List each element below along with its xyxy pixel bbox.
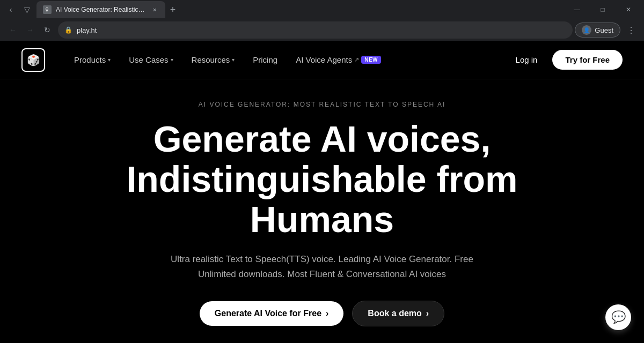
nav-links: Products ▾ Use Cases ▾ Resources ▾ Prici… (67, 51, 509, 69)
back-button[interactable]: ← (4, 21, 21, 39)
nav-link-resources[interactable]: Resources ▾ (184, 51, 243, 69)
logo-icon: 🎲 (21, 48, 45, 72)
external-link-icon: ↗ (354, 56, 359, 63)
tab-bar: ‹ ▽ 🎙 AI Voice Generator: Realistic Te..… (0, 0, 644, 19)
nav-link-products[interactable]: Products ▾ (67, 51, 118, 69)
nav-actions: Log in Try for Free (509, 50, 623, 70)
profile-label: Guest (595, 26, 613, 34)
address-bar-nav: ← → ↻ (4, 21, 56, 39)
tab-favicon: 🎙 (43, 5, 52, 14)
nav-logo[interactable]: 🎲 (21, 48, 45, 72)
book-demo-button[interactable]: Book a demo › (352, 301, 444, 326)
chevron-down-icon: ▾ (171, 57, 173, 63)
tab-close-button[interactable]: ✕ (150, 5, 159, 14)
browser-chrome: ‹ ▽ 🎙 AI Voice Generator: Realistic Te..… (0, 0, 644, 41)
hero-ctas: Generate AI Voice for Free › Book a demo… (200, 301, 444, 326)
chat-icon: 💬 (611, 310, 626, 324)
navbar: 🎲 Products ▾ Use Cases ▾ Resources ▾ Pri… (0, 41, 644, 79)
new-tab-button[interactable]: + (165, 2, 180, 17)
reload-button[interactable]: ↻ (39, 21, 56, 39)
url-text: play.ht (77, 26, 566, 34)
tab-container: 🎙 AI Voice Generator: Realistic Te... ✕ … (36, 1, 562, 18)
minimize-button[interactable]: — (565, 1, 589, 18)
hero-eyebrow: AI VOICE GENERATOR: MOST REALISTIC TEXT … (199, 101, 446, 108)
tab-back-button[interactable]: ‹ (3, 2, 18, 17)
nav-link-use-cases[interactable]: Use Cases ▾ (121, 51, 180, 69)
login-button[interactable]: Log in (509, 51, 544, 69)
maximize-button[interactable]: □ (590, 1, 615, 18)
profile-avatar: 👤 (582, 25, 591, 35)
tab-nav-icons: ‹ ▽ (3, 2, 34, 17)
nav-link-ai-voice-agents[interactable]: AI Voice Agents ↗ NEW (288, 51, 389, 69)
arrow-right-icon: › (326, 309, 328, 318)
chat-bubble-button[interactable]: 💬 (605, 304, 631, 330)
page-content: 🎲 Products ▾ Use Cases ▾ Resources ▾ Pri… (0, 41, 644, 343)
try-free-button[interactable]: Try for Free (552, 50, 623, 70)
hero-title: Generate AI voices, Indistinguishable fr… (107, 119, 537, 239)
browser-menu-button[interactable]: ⋮ (623, 21, 640, 39)
address-bar[interactable]: 🔒 play.ht (58, 21, 573, 39)
chevron-down-icon: ▾ (232, 57, 235, 63)
browser-tab-active[interactable]: 🎙 AI Voice Generator: Realistic Te... ✕ (36, 1, 165, 18)
window-controls: — □ ✕ (565, 1, 641, 18)
generate-voice-button[interactable]: Generate AI Voice for Free › (200, 301, 344, 326)
secure-icon: 🔒 (64, 26, 72, 34)
forward-button[interactable]: → (21, 21, 39, 39)
nav-link-pricing[interactable]: Pricing (245, 51, 285, 69)
close-window-button[interactable]: ✕ (616, 1, 641, 18)
address-bar-row: ← → ↻ 🔒 play.ht 👤 Guest ⋮ (0, 19, 644, 41)
hero-subtitle: Ultra realistic Text to Speech(TTS) voic… (161, 252, 483, 281)
arrow-right-icon: › (426, 309, 429, 318)
new-badge: NEW (361, 56, 381, 64)
hero-section: AI VOICE GENERATOR: MOST REALISTIC TEXT … (0, 79, 644, 342)
chevron-down-icon: ▾ (108, 57, 111, 63)
tab-title: AI Voice Generator: Realistic Te... (56, 6, 146, 13)
tab-list-button[interactable]: ▽ (19, 2, 34, 17)
profile-button[interactable]: 👤 Guest (575, 23, 620, 38)
